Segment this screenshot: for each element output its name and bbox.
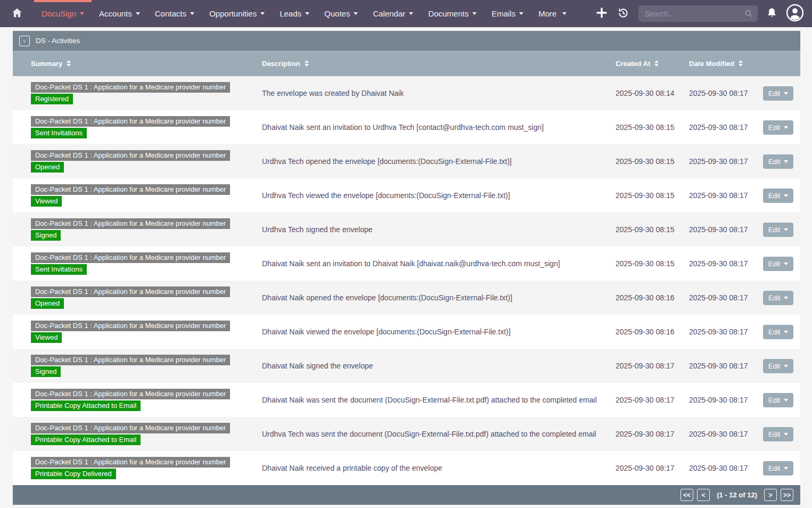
edit-button[interactable]: Edit	[763, 461, 793, 476]
actions-cell: Edit	[763, 393, 802, 407]
panel-title: DS - Activities	[36, 37, 80, 45]
status-badge: Signed	[31, 366, 61, 377]
chevron-down-icon	[784, 263, 788, 265]
document-badge: Doc-Packet DS 1 : Application for a Medi…	[31, 457, 230, 468]
pagination-prev-button[interactable]: <	[697, 489, 710, 501]
edit-button-label: Edit	[768, 124, 780, 132]
pagination-next-button[interactable]: >	[764, 489, 777, 501]
description-cell: Dhaivat Naik sent an invitation to Dhaiv…	[262, 259, 616, 268]
column-header-description[interactable]: Description	[262, 60, 616, 68]
nav-item-home[interactable]	[0, 0, 34, 27]
edit-button-label: Edit	[768, 158, 780, 166]
column-header-summary[interactable]: Summary	[13, 60, 262, 68]
date-modified-cell: 2025-09-30 08:17	[689, 89, 763, 97]
created-at-cell: 2025-09-30 08:17	[616, 464, 689, 472]
description-cell: Dhaivat Naik signed the envelope	[262, 362, 616, 370]
edit-button-label: Edit	[768, 192, 780, 200]
edit-button[interactable]: Edit	[763, 189, 793, 203]
edit-button-label: Edit	[768, 226, 780, 234]
edit-button[interactable]: Edit	[763, 86, 793, 101]
edit-button-label: Edit	[768, 89, 780, 97]
edit-button[interactable]: Edit	[763, 325, 793, 339]
chevron-down-icon	[80, 12, 84, 15]
search-icon[interactable]	[744, 9, 753, 20]
created-at-cell: 2025-09-30 08:15	[616, 191, 689, 200]
nav-item-emails[interactable]: Emails	[484, 0, 531, 27]
chevron-down-icon	[784, 92, 788, 95]
nav-item-label: Leads	[280, 9, 301, 18]
summary-cell: Doc-Packet DS 1 : Application for a Medi…	[13, 82, 262, 104]
sort-icon	[305, 60, 309, 67]
nav-item-opportunities[interactable]: Opportunities	[202, 0, 272, 27]
description-cell: The envelope was created by Dhaivat Naik	[262, 89, 616, 97]
chevron-down-icon	[784, 399, 788, 402]
nav-item-contacts[interactable]: Contacts	[147, 0, 202, 27]
created-at-cell: 2025-09-30 08:15	[616, 157, 689, 166]
edit-button[interactable]: Edit	[763, 257, 793, 271]
nav-item-quotes[interactable]: Quotes	[317, 0, 365, 27]
nav-item-label: Contacts	[155, 9, 186, 18]
table-row: Doc-Packet DS 1 : Application for a Medi…	[13, 349, 800, 383]
nav-item-label: Accounts	[99, 9, 132, 18]
status-badge: Sent Invitations	[31, 264, 87, 275]
chevron-down-icon	[784, 126, 788, 129]
sort-icon	[654, 60, 659, 67]
created-at-cell: 2025-09-30 08:15	[616, 123, 689, 132]
nav-item-leads[interactable]: Leads	[272, 0, 317, 27]
document-badge: Doc-Packet DS 1 : Application for a Medi…	[31, 423, 230, 433]
document-badge: Doc-Packet DS 1 : Application for a Medi…	[31, 82, 230, 93]
user-menu-button[interactable]	[786, 4, 804, 23]
summary-cell: Doc-Packet DS 1 : Application for a Medi…	[13, 184, 262, 207]
nav-item-label: More	[538, 9, 556, 18]
nav-item-more[interactable]: More	[531, 0, 574, 27]
chevron-down-icon	[190, 12, 194, 15]
notifications-button[interactable]	[767, 7, 777, 20]
edit-button[interactable]: Edit	[763, 393, 793, 407]
nav-item-label: Emails	[491, 9, 515, 18]
column-header-created-at[interactable]: Created At	[616, 60, 689, 68]
edit-button[interactable]: Edit	[763, 291, 793, 305]
column-header-label: Created At	[616, 60, 650, 68]
status-badge: Signed	[31, 230, 61, 241]
edit-button[interactable]: Edit	[763, 223, 793, 237]
bell-icon	[767, 7, 777, 20]
column-header-date-modified[interactable]: Date Modified	[689, 60, 763, 68]
description-cell: Dhaivat Naik was sent the document (Docu…	[262, 396, 616, 404]
summary-cell: Doc-Packet DS 1 : Application for a Medi…	[13, 355, 262, 377]
nav-item-docusign[interactable]: DocuSign	[34, 0, 92, 27]
recently-viewed-button[interactable]	[617, 7, 629, 21]
document-badge: Doc-Packet DS 1 : Application for a Medi…	[31, 389, 230, 399]
date-modified-cell: 2025-09-30 08:17	[689, 464, 763, 472]
search-input[interactable]	[638, 5, 758, 22]
edit-button-label: Edit	[768, 362, 780, 370]
column-header-label: Date Modified	[689, 60, 734, 68]
nav-item-label: Opportunities	[209, 9, 257, 18]
date-modified-cell: 2025-09-30 08:17	[689, 225, 763, 234]
table-header-row: Summary Description Created At Date Modi…	[13, 51, 800, 76]
panel-header: - DS - Activities	[13, 31, 800, 51]
document-badge: Doc-Packet DS 1 : Application for a Medi…	[31, 116, 230, 127]
edit-button[interactable]: Edit	[763, 427, 793, 441]
status-badge: Printable Copy Attached to Email	[31, 400, 141, 411]
pagination-first-button[interactable]: <<	[680, 489, 693, 501]
description-cell: Urdhva Tech was sent the document (DocuS…	[262, 430, 616, 438]
quick-create-button[interactable]	[595, 6, 608, 21]
edit-button[interactable]: Edit	[763, 120, 793, 135]
date-modified-cell: 2025-09-30 08:17	[689, 157, 763, 166]
pagination-last-button[interactable]: >>	[781, 489, 793, 501]
nav-item-accounts[interactable]: Accounts	[92, 0, 147, 27]
table-row: Doc-Packet DS 1 : Application for a Medi…	[13, 281, 800, 315]
table-row: Doc-Packet DS 1 : Application for a Medi…	[13, 315, 800, 349]
edit-button[interactable]: Edit	[763, 154, 793, 169]
actions-cell: Edit	[763, 86, 802, 101]
date-modified-cell: 2025-09-30 08:17	[689, 293, 763, 302]
nav-item-calendar[interactable]: Calendar	[365, 0, 421, 27]
chevron-down-icon	[784, 331, 788, 333]
status-badge: Registered	[31, 94, 73, 104]
summary-cell: Doc-Packet DS 1 : Application for a Medi…	[13, 389, 262, 411]
collapse-panel-button[interactable]: -	[19, 36, 30, 46]
table-row: Doc-Packet DS 1 : Application for a Medi…	[13, 144, 800, 178]
edit-button-label: Edit	[768, 396, 780, 404]
nav-item-documents[interactable]: Documents	[421, 0, 484, 27]
edit-button[interactable]: Edit	[763, 359, 793, 373]
